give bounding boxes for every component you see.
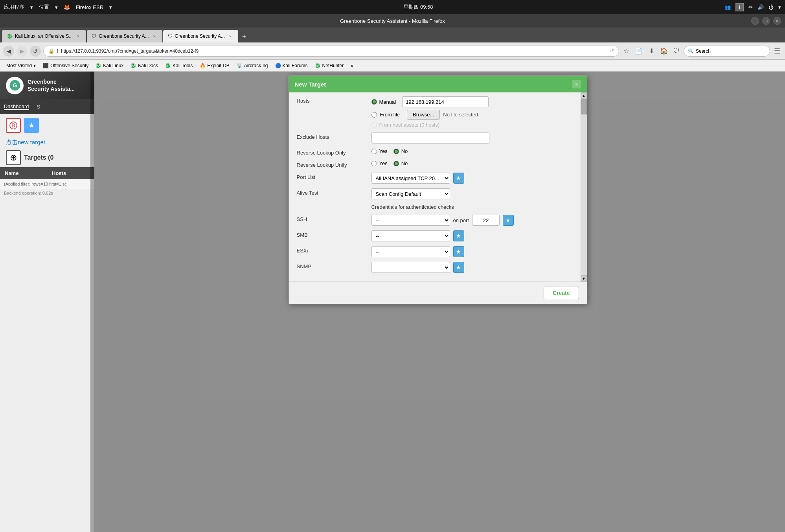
svg-text:G: G: [13, 82, 17, 88]
tab-favicon-kali: 🐉: [7, 33, 13, 39]
scrollbar-thumb[interactable]: [581, 99, 587, 114]
home-icon[interactable]: 🏠: [659, 46, 669, 56]
tab-close-gsa2[interactable]: ×: [227, 33, 233, 39]
power-icon[interactable]: ⏻: [768, 4, 774, 10]
bookmark-more[interactable]: »: [347, 62, 357, 70]
form-row-esxi: ESXi -- ★: [297, 246, 575, 257]
browse-button[interactable]: Browse...: [407, 110, 440, 120]
gsa-page-background: G Greenbone Security Assista... Dashboar…: [0, 72, 94, 532]
reverse-lookup-unify-label: Reverse Lookup Unify: [297, 160, 368, 168]
url-bar[interactable]: 🔒 ℹ https://127.0.0.1:9392/omp?cmd=get_t…: [43, 46, 619, 57]
alive-test-select[interactable]: Scan Config Default: [371, 188, 450, 199]
esxi-star-button[interactable]: ★: [453, 246, 464, 257]
bookmark-kali-docs[interactable]: 🐉 Kali Docs: [127, 62, 161, 70]
chevron-down-icon: ▾: [33, 63, 36, 68]
reader-view-icon[interactable]: 📄: [634, 46, 643, 56]
bookmark-label: Most Visited: [6, 63, 32, 68]
en-target-link[interactable]: new target: [18, 139, 45, 145]
reload-url-icon[interactable]: ↺: [610, 48, 614, 54]
form-row-ssh: SSH -- on port ★: [297, 215, 575, 226]
th-hosts[interactable]: Hosts: [47, 167, 79, 179]
ssh-port-input[interactable]: [472, 215, 500, 226]
create-button[interactable]: Create: [544, 287, 579, 299]
reload-button[interactable]: ↺: [30, 46, 41, 57]
new-target-dialog: New Target × Hosts Manual: [289, 75, 587, 304]
browser-menu-label[interactable]: Firefox ESR: [76, 4, 103, 10]
port-list-star-button[interactable]: ★: [453, 173, 464, 184]
back-button[interactable]: ◀: [3, 46, 14, 57]
bookmark-exploit-db[interactable]: 🔥 Exploit-DB: [197, 62, 233, 70]
tab-gsa2[interactable]: 🛡 Greenbone Security A... ×: [163, 30, 238, 42]
scroll-down-arrow[interactable]: ▼: [581, 275, 587, 282]
ssh-select[interactable]: --: [371, 215, 450, 226]
port-list-select[interactable]: All IANA assigned TCP 20...: [371, 173, 450, 184]
dropdown-arrow-sys: ▾: [778, 4, 781, 10]
tab-gsa1[interactable]: 🛡 Greenbone Security A... ×: [87, 30, 162, 42]
ssh-star-button[interactable]: ★: [503, 215, 514, 226]
gsa-nav-dashboard[interactable]: Dashboard: [4, 103, 29, 110]
smb-select[interactable]: --: [371, 230, 450, 241]
radio-manual[interactable]: [371, 99, 377, 105]
bookmark-label-forums: Kali Forums: [283, 63, 308, 68]
browser-content: G Greenbone Security Assista... Dashboar…: [0, 72, 785, 532]
bookmark-most-visited[interactable]: Most Visited ▾: [3, 62, 39, 70]
smb-control: -- ★: [371, 230, 575, 241]
snmp-star-button[interactable]: ★: [453, 262, 464, 273]
tab-close-gsa1[interactable]: ×: [151, 33, 158, 39]
dropdown-arrow-browser: ▾: [109, 4, 112, 10]
os-clock: 星期四 09:58: [116, 4, 721, 11]
minimize-button[interactable]: −: [751, 17, 759, 25]
rlu-no-radio[interactable]: [393, 161, 399, 166]
forward-button[interactable]: ▶: [17, 46, 28, 57]
snmp-select[interactable]: --: [371, 262, 450, 273]
rlo-yes-radio[interactable]: [371, 149, 377, 154]
tab-close-kali[interactable]: ×: [75, 33, 81, 39]
manual-ip-input[interactable]: [402, 96, 489, 107]
radio-manual-row: Manual: [371, 96, 575, 107]
download-icon[interactable]: ⬇: [647, 46, 656, 56]
menu-icon[interactable]: ☰: [772, 46, 782, 56]
search-bar[interactable]: 🔍 Search: [684, 46, 770, 57]
dialog-scrollbar[interactable]: ▲ ▼: [581, 92, 587, 282]
bookmark-aircrack[interactable]: 📡 Aircrack-ng: [233, 62, 271, 70]
bookmark-kali-linux[interactable]: 🐉 Kali Linux: [92, 62, 127, 70]
bookmark-label-kali: Kali Linux: [103, 63, 123, 68]
close-browser-button[interactable]: ×: [773, 17, 781, 25]
os-topbar: 应用程序 ▾ 位置 ▾ 🦊 Firefox ESR ▾ 星期四 09:58 👥 …: [0, 0, 785, 14]
bookmark-kali-forums[interactable]: 🔵 Kali Forums: [272, 62, 311, 70]
form-row-snmp: SNMP -- ★: [297, 262, 575, 273]
rlo-no-radio[interactable]: [393, 149, 399, 154]
gsa-icon-box-red[interactable]: B: [6, 118, 21, 133]
th-name[interactable]: Name: [0, 167, 47, 179]
radio-fromfile[interactable]: [371, 112, 377, 118]
esxi-select[interactable]: --: [371, 246, 450, 257]
titlebar-buttons: − □ ×: [751, 17, 781, 25]
tab-kali[interactable]: 🐉 Kali Linux, an Offensive S... ×: [2, 30, 86, 42]
dialog-close-button[interactable]: ×: [572, 80, 581, 88]
workspace-indicator: 1: [735, 3, 744, 11]
bookmarks-icon[interactable]: ☆: [621, 46, 631, 56]
gsa-star-icon[interactable]: ★: [24, 118, 39, 133]
radio-fromhostassets[interactable]: [371, 122, 377, 128]
bookmark-kali-tools[interactable]: 🐉 Kali Tools: [162, 62, 196, 70]
rlu-yes-radio[interactable]: [371, 161, 377, 166]
users-icon: 👥: [724, 4, 731, 10]
smb-star-button[interactable]: ★: [453, 230, 464, 241]
form-row-reverse-lookup-unify: Reverse Lookup Unify Yes No: [297, 160, 575, 168]
maximize-button[interactable]: □: [762, 17, 770, 25]
gsa-nav-s[interactable]: S: [37, 104, 40, 110]
scroll-up-arrow[interactable]: ▲: [581, 92, 587, 99]
apps-menu[interactable]: 应用程序: [4, 4, 24, 11]
bookmark-nethunter[interactable]: 🐉 NetHunter: [312, 62, 347, 70]
volume-icon[interactable]: 🔊: [757, 4, 764, 10]
new-tab-button[interactable]: +: [239, 31, 250, 42]
shield-icon[interactable]: 🛡: [672, 46, 681, 56]
os-topbar-left: 应用程序 ▾ 位置 ▾ 🦊 Firefox ESR ▾: [4, 4, 112, 11]
exclude-hosts-input[interactable]: [371, 133, 489, 144]
bookmark-favicon-tools: 🐉: [165, 63, 171, 68]
bookmark-offensive-security[interactable]: ⬛ Offensive Security: [40, 62, 92, 70]
position-menu[interactable]: 位置: [39, 4, 49, 11]
gsa-backend-row: Backend operation: 0.02s: [0, 189, 94, 197]
on-port-label: on port: [453, 217, 469, 223]
browser-menu[interactable]: 🦊: [64, 4, 70, 10]
